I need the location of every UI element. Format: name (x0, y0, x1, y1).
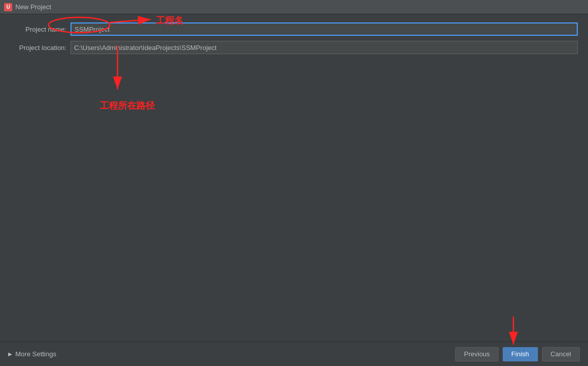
previous-button[interactable]: Previous (455, 347, 499, 361)
dialog-title: New Project (15, 3, 51, 11)
project-name-label: Project name: (10, 26, 66, 33)
more-settings-label: More Settings (15, 350, 56, 358)
more-settings[interactable]: ▶ More Settings (8, 350, 56, 358)
bottom-buttons: Previous Finish Cancel (455, 347, 580, 361)
title-bar: U New Project (0, 0, 588, 14)
project-location-label: Project location: (10, 44, 66, 52)
finish-button[interactable]: Finish (503, 347, 538, 361)
project-location-row: Project location: (10, 41, 578, 54)
more-settings-icon: ▶ (8, 351, 12, 357)
cancel-button[interactable]: Cancel (542, 347, 580, 361)
project-name-input[interactable] (70, 22, 578, 36)
project-location-input[interactable] (70, 41, 578, 54)
annotation-project-location: 工程所在路径 (100, 100, 155, 112)
app-icon: U (4, 3, 12, 11)
dialog-body: Project name: Project location: (0, 14, 588, 62)
bottom-bar: ▶ More Settings Previous Finish Cancel (0, 341, 588, 366)
project-name-row: Project name: (10, 22, 578, 36)
